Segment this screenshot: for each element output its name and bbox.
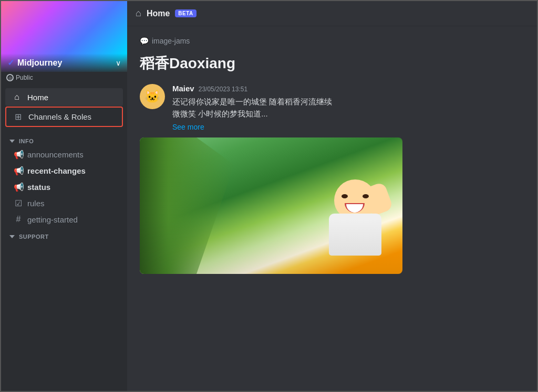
see-more-link[interactable]: See more [172, 123, 524, 131]
post-meta: Maiev 23/05/2023 13:51 还记得你说家是唯一的城堡 随着稻香… [172, 84, 524, 131]
channel-wrapper-rules: ☑ rules [1, 195, 127, 211]
server-header-overlay: ✓ Midjourney ∨ [1, 54, 127, 72]
post-text-line1: 还记得你说家是唯一的城堡 随着稻香河流继续 [172, 97, 332, 106]
nav-section: ⌂ Home ⊞ Channels & Roles [1, 83, 127, 132]
support-section: SUPPORT [1, 227, 127, 242]
channel-wrapper-announcements: 📢 announcements [1, 146, 127, 163]
content-area: 💬 image-jams 稻香Daoxiang 🐱 Maiev 23/05/20… [127, 26, 537, 391]
megaphone-icon-status: 📢 [14, 182, 23, 192]
header-home-icon: ⌂ [136, 8, 141, 19]
channel-name-announcements: announcements [27, 150, 84, 159]
megaphone-icon-recent-changes: 📢 [14, 166, 23, 176]
server-name-container[interactable]: ✓ Midjourney [7, 58, 62, 68]
post-image-overlay [140, 219, 402, 274]
anime-head [334, 179, 376, 219]
forum-icon: 💬 [140, 37, 149, 45]
globe-icon: ◎ [6, 74, 14, 81]
channel-wrapper-recent-changes: 📢 recent-changes [1, 163, 127, 179]
channel-label-text: image-jams [152, 37, 190, 45]
nav-channels-roles[interactable]: ⊞ Channels & Roles [5, 107, 123, 127]
unread-indicator-status [0, 185, 1, 189]
hash-icon-getting-started: # [14, 215, 23, 224]
channel-rules[interactable]: ☑ rules [5, 196, 49, 211]
info-label: INFO [19, 138, 34, 144]
support-label: SUPPORT [19, 234, 49, 240]
channel-name-getting-started: getting-started [27, 215, 78, 224]
channels-roles-label: Channels & Roles [28, 112, 91, 121]
left-panel: ✓ Midjourney ∨ ◎ Public ⌂ Home ⊞ Channel… [1, 1, 127, 391]
channel-wrapper-getting-started: # getting-started [1, 211, 127, 227]
channels-icon: ⊞ [13, 112, 23, 122]
post-author-row: 🐱 Maiev 23/05/2023 13:51 还记得你说家是唯一的城堡 随着… [140, 84, 524, 131]
server-banner: ✓ Midjourney ∨ [1, 1, 127, 72]
channel-name-rules: rules [27, 199, 45, 208]
author-avatar: 🐱 [140, 84, 165, 109]
server-dropdown-icon[interactable]: ∨ [116, 59, 121, 67]
avatar-emoji: 🐱 [144, 89, 160, 104]
info-section-header: INFO [1, 132, 127, 146]
channel-label-row: 💬 image-jams [140, 37, 524, 45]
post-text-line2: 微微笑 小时候的梦我知道... [172, 109, 268, 118]
home-label: Home [27, 93, 48, 102]
main-content: ⌂ Home BETA 💬 image-jams 稻香Daoxiang 🐱 Ma… [127, 1, 537, 391]
server-status-bar: ◎ Public [1, 72, 127, 83]
megaphone-icon-announcements: 📢 [14, 150, 23, 160]
channel-status[interactable]: 📢 status [5, 179, 55, 195]
info-section: INFO 📢 announcements 📢 recent-changes 📢 … [1, 132, 127, 227]
support-chevron[interactable] [9, 235, 15, 238]
channel-announcements[interactable]: 📢 announcements [5, 147, 88, 162]
post-image [140, 137, 402, 274]
post-title: 稻香Daoxiang [140, 54, 524, 73]
header-title: Home [147, 9, 170, 18]
channel-recent-changes[interactable]: 📢 recent-changes [5, 163, 90, 178]
checkbox-icon-rules: ☑ [14, 198, 23, 208]
author-line: Maiev 23/05/2023 13:51 [172, 84, 524, 93]
beta-badge: BETA [175, 9, 196, 17]
post-text: 还记得你说家是唯一的城堡 随着稻香河流继续 微微笑 小时候的梦我知道... [172, 96, 524, 120]
public-badge: ◎ Public [6, 74, 33, 81]
channel-name-status: status [27, 183, 50, 192]
channel-name-recent-changes: recent-changes [27, 166, 86, 175]
channel-getting-started[interactable]: # getting-started [5, 212, 82, 227]
info-chevron[interactable] [9, 140, 15, 143]
home-icon: ⌂ [12, 92, 22, 102]
server-name-label: Midjourney [17, 58, 62, 68]
verified-icon: ✓ [7, 58, 14, 68]
unread-indicator-recent-changes [0, 169, 1, 173]
author-name: Maiev [172, 84, 194, 93]
channel-wrapper-status: 📢 status [1, 179, 127, 195]
public-label: Public [16, 74, 33, 81]
post-timestamp: 23/05/2023 13:51 [199, 86, 247, 93]
support-section-header: SUPPORT [1, 227, 127, 242]
top-header: ⌂ Home BETA [127, 1, 537, 26]
nav-home[interactable]: ⌂ Home [5, 88, 123, 106]
